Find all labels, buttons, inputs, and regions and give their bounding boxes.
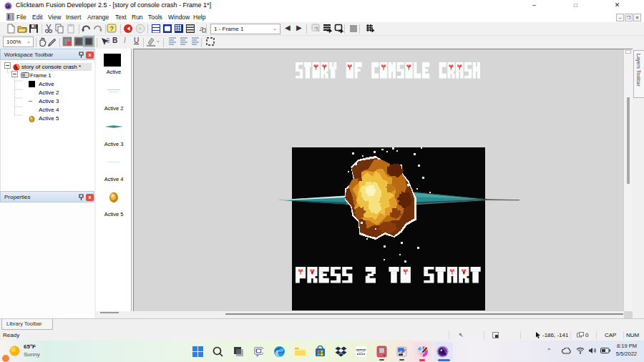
svg-text:amazon: amazon [356,348,366,351]
svg-text:?: ? [109,25,113,32]
